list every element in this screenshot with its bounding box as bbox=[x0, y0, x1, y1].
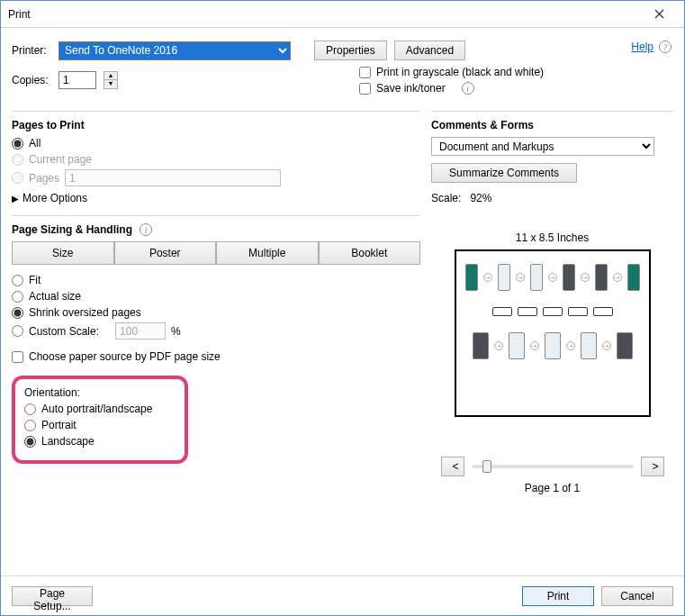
window-title: Print bbox=[8, 8, 641, 21]
printer-label: Printer: bbox=[12, 44, 51, 57]
summarize-button[interactable]: Summarize Comments bbox=[431, 163, 577, 183]
sizing-tabs: Size Poster Multiple Booklet bbox=[12, 241, 420, 265]
orient-landscape-row[interactable]: Landscape bbox=[24, 435, 176, 448]
scale-label: Scale: bbox=[431, 192, 461, 204]
custom-radio[interactable] bbox=[12, 325, 23, 337]
cancel-button[interactable]: Cancel bbox=[601, 586, 673, 606]
save-ink-info-icon[interactable]: i bbox=[462, 82, 474, 95]
preview-area: 11 x 8.5 Inches → → → → → bbox=[431, 231, 673, 494]
pages-all-row[interactable]: All bbox=[12, 137, 420, 149]
preview-frame: → → → → → bbox=[455, 249, 651, 417]
pages-current-label: Current page bbox=[29, 153, 92, 166]
stepper-down-icon[interactable]: ▼ bbox=[104, 80, 117, 88]
sizing-info-icon[interactable]: i bbox=[140, 223, 152, 236]
comments-title: Comments & Forms bbox=[431, 119, 673, 131]
orient-auto-row[interactable]: Auto portrait/landscape bbox=[24, 403, 176, 415]
orient-landscape-radio[interactable] bbox=[24, 436, 36, 448]
orient-portrait-label: Portrait bbox=[41, 419, 77, 431]
orientation-title: Orientation: bbox=[24, 386, 176, 399]
titlebar: Print bbox=[1, 1, 684, 28]
print-dialog: Print Help ? Printer: Send To OneNote 20… bbox=[0, 0, 685, 616]
choose-paper-label: Choose paper source by PDF page size bbox=[29, 350, 221, 363]
grayscale-option[interactable]: Print in grayscale (black and white) bbox=[359, 66, 544, 78]
preview-page-label: Page 1 of 1 bbox=[525, 482, 580, 494]
actual-label: Actual size bbox=[29, 290, 81, 303]
grayscale-checkbox[interactable] bbox=[359, 67, 371, 78]
actual-radio[interactable] bbox=[12, 291, 23, 303]
orient-auto-radio[interactable] bbox=[24, 403, 36, 415]
pages-all-radio[interactable] bbox=[12, 138, 23, 149]
shrink-radio[interactable] bbox=[12, 307, 23, 319]
fit-row[interactable]: Fit bbox=[12, 274, 420, 286]
print-button[interactable]: Print bbox=[522, 586, 594, 606]
copies-stepper[interactable]: ▲ ▼ bbox=[104, 71, 118, 89]
slider-thumb[interactable] bbox=[482, 460, 491, 473]
pages-current-row: Current page bbox=[12, 153, 420, 166]
copies-input[interactable] bbox=[59, 71, 96, 89]
percent-label: % bbox=[171, 325, 181, 338]
shrink-row[interactable]: Shrink oversized pages bbox=[12, 306, 420, 319]
booklet-tab[interactable]: Booklet bbox=[319, 241, 421, 265]
shrink-label: Shrink oversized pages bbox=[29, 306, 141, 319]
triangle-right-icon: ▶ bbox=[12, 194, 19, 204]
help-info-icon[interactable]: ? bbox=[659, 41, 671, 53]
more-options-toggle[interactable]: ▶ More Options bbox=[12, 192, 420, 204]
orient-landscape-label: Landscape bbox=[41, 435, 95, 448]
help-link[interactable]: Help bbox=[631, 41, 653, 53]
multiple-tab[interactable]: Multiple bbox=[216, 241, 319, 265]
pages-range-radio bbox=[12, 172, 23, 184]
printer-select[interactable]: Send To OneNote 2016 bbox=[59, 41, 291, 60]
page-setup-button[interactable]: Page Setup... bbox=[12, 586, 93, 606]
pages-to-print-title: Pages to Print bbox=[12, 119, 420, 131]
more-options-label: More Options bbox=[23, 192, 87, 204]
pages-range-row: Pages bbox=[12, 169, 420, 186]
pages-range-input bbox=[65, 169, 281, 186]
pages-all-label: All bbox=[29, 137, 41, 149]
properties-button[interactable]: Properties bbox=[314, 41, 387, 60]
save-ink-checkbox[interactable] bbox=[359, 83, 371, 95]
grayscale-label: Print in grayscale (black and white) bbox=[376, 66, 544, 78]
custom-row[interactable]: Custom Scale: % bbox=[12, 322, 420, 340]
advanced-button[interactable]: Advanced bbox=[394, 41, 465, 60]
preview-dimensions: 11 x 8.5 Inches bbox=[516, 231, 589, 244]
dialog-body: Help ? Printer: Send To OneNote 2016 Pro… bbox=[1, 28, 684, 575]
pages-range-label: Pages bbox=[29, 172, 59, 185]
choose-paper-checkbox[interactable] bbox=[12, 351, 23, 363]
dialog-footer: Page Setup... Print Cancel bbox=[1, 575, 684, 615]
preview-prev-button[interactable]: < bbox=[441, 457, 464, 476]
preview-next-button[interactable]: > bbox=[641, 457, 664, 476]
custom-label: Custom Scale: bbox=[29, 325, 99, 338]
copies-label: Copies: bbox=[12, 74, 51, 86]
preview-slider[interactable] bbox=[472, 465, 634, 468]
fit-label: Fit bbox=[29, 274, 41, 286]
orientation-group: Orientation: Auto portrait/landscape Por… bbox=[12, 376, 188, 464]
poster-tab[interactable]: Poster bbox=[114, 241, 217, 265]
help-area: Help ? bbox=[631, 41, 671, 53]
orient-auto-label: Auto portrait/landscape bbox=[41, 403, 152, 415]
save-ink-label: Save ink/toner bbox=[376, 82, 446, 95]
fit-radio[interactable] bbox=[12, 275, 23, 286]
scale-value: 92% bbox=[470, 192, 491, 204]
choose-paper-row[interactable]: Choose paper source by PDF page size bbox=[12, 350, 420, 363]
close-icon[interactable] bbox=[641, 2, 677, 27]
actual-row[interactable]: Actual size bbox=[12, 290, 420, 303]
comments-select[interactable]: Document and Markups bbox=[431, 137, 654, 156]
stepper-up-icon[interactable]: ▲ bbox=[104, 72, 117, 80]
sizing-title: Page Sizing & Handling bbox=[12, 223, 132, 236]
orient-portrait-radio[interactable] bbox=[24, 420, 36, 431]
size-tab[interactable]: Size bbox=[12, 241, 114, 265]
pages-current-radio bbox=[12, 154, 23, 166]
orient-portrait-row[interactable]: Portrait bbox=[24, 419, 176, 431]
save-ink-option[interactable]: Save ink/toner i bbox=[359, 82, 544, 95]
preview-thumbnail: → → → → → bbox=[465, 264, 640, 359]
custom-scale-input[interactable] bbox=[115, 322, 166, 340]
